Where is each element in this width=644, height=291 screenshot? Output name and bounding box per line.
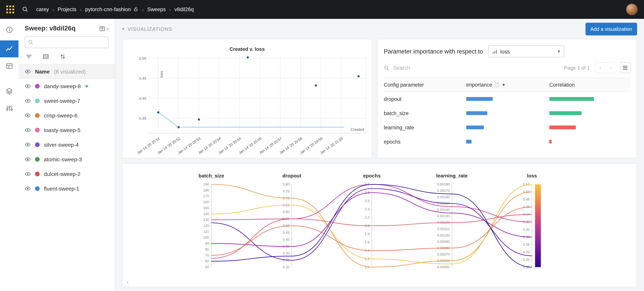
col-config-parameter-label: Config parameter [384,82,424,88]
visibility-eye-icon[interactable] [25,98,31,104]
visibility-eye-icon[interactable] [25,171,31,177]
svg-text:0.00050: 0.00050 [437,265,450,269]
svg-text:0.48: 0.48 [523,198,530,201]
svg-text:2.2: 2.2 [365,216,370,220]
run-name[interactable]: dulcet-sweep-2 [44,171,80,177]
created-vs-loss-chart[interactable]: 0.350.400.450.50Jan 14 '20 20:51Jan 14 '… [122,54,372,157]
run-row[interactable]: silver-sweep-4 [18,138,115,152]
svg-text:learning_rate: learning_rate [436,173,468,178]
run-list-header-count: (8 visualized) [54,68,86,75]
importance-bar [466,111,487,115]
correlation-bar [549,111,582,115]
logo-dot [12,8,14,10]
group-icon[interactable] [42,53,49,60]
run-row[interactable]: dulcet-sweep-2 [18,167,115,181]
breadcrumb-project[interactable]: pytorch-cnn-fashion [85,6,131,12]
importance-row[interactable]: dropout [384,92,630,106]
top-navbar: carey › Projects › pytorch-cnn-fashion ›… [0,0,644,19]
run-running-indicator [85,85,88,88]
svg-text:0.00140: 0.00140 [437,208,450,212]
expand-table-button[interactable]: › [99,25,108,32]
sort-icon[interactable] [59,53,66,60]
add-visualization-button[interactable]: Add a visualization [585,22,637,35]
parameter-search-input[interactable] [393,65,561,71]
svg-text:0.45: 0.45 [283,231,290,234]
run-list-header: Name (8 visualized) [18,64,115,79]
run-row[interactable]: atomic-sweep-3 [18,152,115,167]
run-search-box[interactable] [25,36,108,48]
next-page-button[interactable]: › [606,63,616,73]
svg-text:1.8: 1.8 [365,232,370,236]
breadcrumb-user[interactable]: carey [36,6,49,12]
config-parameter: dropout [384,96,466,102]
table-tab-icon[interactable] [0,57,18,74]
logo-dot [9,8,11,10]
visibility-eye-icon[interactable] [25,112,31,118]
svg-text:100: 100 [203,236,209,240]
filter-icon[interactable] [26,53,32,60]
svg-text:130: 130 [203,218,209,222]
run-row[interactable]: crisp-sweep-6 [18,108,115,123]
run-name[interactable]: fluent-sweep-1 [44,186,79,192]
toggle-all-eye-icon[interactable] [25,68,31,75]
logo-dot [9,6,11,7]
visibility-eye-icon[interactable] [25,186,31,192]
breadcrumb-sweeps[interactable]: Sweeps [147,6,166,12]
visibility-eye-icon[interactable] [25,142,31,148]
run-name[interactable]: crisp-sweep-6 [44,112,77,118]
col-config-parameter[interactable]: Config parameter [384,82,466,88]
run-search-input[interactable] [36,40,105,45]
hamburger-icon [622,65,628,70]
charts-tab-icon[interactable] [0,40,18,57]
metric-dropdown[interactable]: loss ▾ [488,46,564,57]
visibility-eye-icon[interactable] [25,83,31,89]
sliders-icon[interactable] [0,100,18,117]
table-menu-button[interactable] [620,62,630,73]
run-name[interactable]: dandy-sweep-8 [44,83,81,89]
stray-comma-text: , [127,278,128,284]
col-importance[interactable]: Importance ▼ [466,82,549,88]
parameter-importance-panel[interactable]: Parameter importance with respect to los… [377,39,637,158]
breadcrumb-projects[interactable]: Projects [58,6,76,12]
run-color-dot [35,84,40,88]
created-vs-loss-panel[interactable]: Created v. loss 0.350.400.450.50Jan 14 '… [122,39,372,158]
sweep-title: Sweep: v8dil26q [25,25,99,32]
breadcrumb-separator-icon: › [169,6,171,12]
info-icon[interactable] [0,21,18,38]
visibility-eye-icon[interactable] [25,127,31,133]
svg-text:190: 190 [203,182,209,186]
importance-row[interactable]: epochs [384,135,630,149]
parallel-coordinates-chart[interactable]: batch_size190180170160150140130120110100… [122,164,637,287]
run-color-dot [35,157,40,162]
visibility-eye-icon[interactable] [25,156,31,162]
run-name[interactable]: sweet-sweep-7 [44,98,80,104]
svg-text:90: 90 [205,242,209,246]
prev-page-button[interactable]: ‹ [595,63,606,73]
svg-text:0.75: 0.75 [283,190,290,193]
search-icon[interactable] [22,6,28,13]
importance-row[interactable]: batch_size [384,106,630,120]
user-avatar[interactable] [626,4,638,16]
logo-dot [9,12,11,14]
run-name[interactable]: atomic-sweep-3 [44,156,82,162]
run-row[interactable]: dandy-sweep-8 [18,79,115,94]
run-row[interactable]: sweet-sweep-7 [18,94,115,108]
importance-row[interactable]: learning_rate [384,120,630,135]
svg-text:2.6: 2.6 [365,199,370,203]
info-icon[interactable] [494,82,500,88]
visualizations-section-toggle[interactable]: ▾ VISUALIZATIONS [122,26,172,32]
run-row[interactable]: fluent-sweep-1 [18,181,115,196]
run-list-header-label: Name [35,68,50,75]
run-name[interactable]: silver-sweep-4 [44,142,79,148]
svg-text:0.34: 0.34 [523,250,530,254]
parallel-coordinates-panel[interactable]: batch_size190180170160150140130120110100… [122,163,637,287]
search-icon [28,40,34,45]
layers-icon[interactable] [0,83,18,100]
run-row[interactable]: toasty-sweep-5 [18,123,115,138]
col-correlation[interactable]: Correlation [549,82,630,88]
pagination-controls: ‹ › [595,62,616,73]
wandb-logo[interactable] [6,6,14,14]
breadcrumb-sweep-id[interactable]: v8dil26q [174,6,194,12]
svg-text:0.00160: 0.00160 [437,195,450,199]
run-name[interactable]: toasty-sweep-5 [44,127,80,133]
